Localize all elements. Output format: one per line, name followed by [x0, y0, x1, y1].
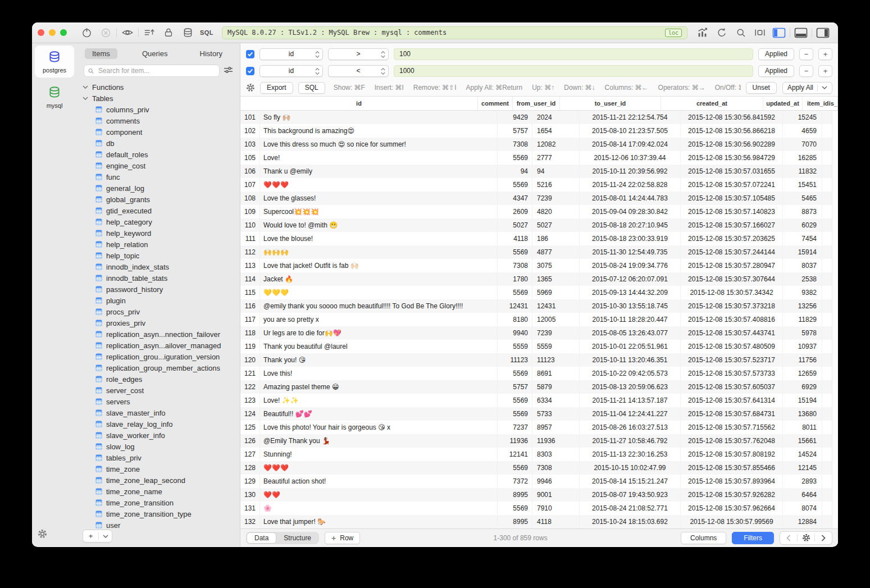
cell-to-user-id[interactable]: 12431	[532, 299, 580, 313]
previous-page-button[interactable]	[780, 532, 797, 544]
cell-created-at[interactable]: 2015-11-30 12:54:49.735	[580, 245, 681, 259]
cell-comment[interactable]: Amazing pastel theme 😁	[260, 380, 498, 394]
tab-items[interactable]: Items	[85, 48, 117, 59]
toggle-right-sidebar-icon[interactable]	[813, 26, 832, 39]
filter-applied-button[interactable]: Applied	[758, 48, 794, 60]
cell-to-user-id[interactable]: 12082	[532, 138, 580, 151]
cell-item-id[interactable]: 5465	[783, 192, 822, 205]
cell-comment[interactable]: Love this photo! Your hair is gorgeous 😘…	[260, 421, 498, 434]
table-row[interactable]: 130 ❤️❤️ 8995 9001 2015-08-07 19:43:50.9…	[240, 488, 838, 502]
cell-from-user-id[interactable]: 12141	[498, 448, 532, 461]
cell-to-user-id[interactable]: 11936	[532, 434, 580, 448]
cell-id[interactable]: 126	[240, 434, 260, 448]
cell-id[interactable]: 117	[240, 313, 260, 326]
sidebar-table-item[interactable]: help_topic	[77, 250, 240, 261]
cell-created-at[interactable]: 2015-10-30 13:55:18.745	[580, 299, 681, 313]
cell-updated-at[interactable]: 2015-12-08 15:30:57.962664	[681, 502, 783, 515]
cell-updated-at[interactable]: 2015-12-08 15:30:56.866218	[681, 124, 783, 138]
table-row[interactable]: 121 Love this! 5569 8691 2015-10-22 09:4…	[240, 367, 838, 380]
tab-structure[interactable]: Structure	[276, 532, 318, 544]
cell-created-at[interactable]: 2015-10-11 20:39:56.992	[580, 165, 681, 178]
tab-data[interactable]: Data	[247, 532, 276, 544]
next-page-button[interactable]	[815, 532, 832, 544]
filter-remove-button[interactable]: −	[799, 48, 813, 60]
cell-created-at[interactable]: 2015-10-24 18:15:03.692	[580, 515, 681, 528]
cell-created-at[interactable]: 2015-08-01 14:24:44.783	[580, 192, 681, 205]
cell-from-user-id[interactable]: 5569	[498, 461, 532, 475]
cell-to-user-id[interactable]: 7239	[532, 192, 580, 205]
sidebar-table-item[interactable]: servers	[77, 396, 240, 407]
cell-item-id[interactable]: 11832	[783, 165, 822, 178]
cell-to-user-id[interactable]: 1654	[532, 124, 580, 138]
cell-item-id[interactable]: 5978	[783, 326, 822, 340]
cell-created-at[interactable]: 2015-10-11 13:20:46.351	[580, 353, 681, 367]
table-row[interactable]: 102 This background is amazing😍 5757 165…	[240, 124, 838, 138]
cell-updated-at[interactable]: 2015-12-08 15:30:57.855466	[681, 461, 783, 475]
cell-from-user-id[interactable]: 5569	[498, 502, 532, 515]
cell-created-at[interactable]: 2015-09-04 09:28:30.842	[580, 205, 681, 218]
cell-comment[interactable]: Love this dress so much 😍 so nice for su…	[260, 138, 498, 151]
cell-updated-at[interactable]: 2015-12-08 15:30:56.841592	[681, 111, 783, 124]
cell-comment[interactable]: ❤️❤️	[260, 488, 498, 502]
cell-comment[interactable]: Love that jumper! 🐎	[260, 515, 498, 528]
cell-updated-at[interactable]: 2015-12-08 15:30:57.573733	[681, 367, 783, 380]
cell-updated-at[interactable]: 2015-12-08 15:30:57.443741	[681, 326, 783, 340]
cell-item-id[interactable]: 4659	[783, 124, 822, 138]
cell-item-id[interactable]: 16285	[783, 151, 822, 165]
sidebar-table-item[interactable]: innodb_table_stats	[77, 272, 240, 284]
cell-to-user-id[interactable]: 8957	[532, 421, 580, 434]
cell-comment[interactable]: Stunning!	[260, 448, 498, 461]
cell-id[interactable]: 103	[240, 138, 260, 151]
cell-comment[interactable]: Love!	[260, 151, 498, 165]
cell-id[interactable]: 130	[240, 488, 260, 502]
cell-comment[interactable]: Love that jacket! Outfit is fab 🙌🏻	[260, 259, 498, 272]
cell-from-user-id[interactable]: 5569	[498, 151, 532, 165]
cell-to-user-id[interactable]: 6334	[532, 394, 580, 407]
refresh-icon[interactable]	[712, 26, 731, 39]
cell-from-user-id[interactable]: 8180	[498, 313, 532, 326]
cell-to-user-id[interactable]: 9946	[532, 475, 580, 488]
table-row[interactable]: 132 Love that jumper! 🐎 8995 4118 2015-1…	[240, 515, 838, 528]
table-row[interactable]: 129 Beautiful action shot! 7372 9946 201…	[240, 475, 838, 488]
filter-field-select[interactable]: id	[259, 65, 323, 77]
item-search-box[interactable]	[84, 65, 220, 77]
cell-comment[interactable]: Ur legs are to die for🙌💖	[260, 326, 498, 340]
table-row[interactable]: 127 Stunning! 12141 8303 2015-11-13 22:3…	[240, 448, 838, 461]
cell-comment[interactable]: ❤️❤️❤️	[260, 461, 498, 475]
cell-updated-at[interactable]: 2015-12-08 15:30:57.166027	[681, 218, 783, 232]
sidebar-table-item[interactable]: slave_relay_log_info	[77, 418, 240, 430]
sidebar-table-item[interactable]: slave_master_info	[77, 407, 240, 418]
cell-updated-at[interactable]: 2015-12-08 15:30:57.641314	[681, 394, 783, 407]
sidebar-table-item[interactable]: replication_group_member_actions	[77, 362, 240, 373]
cell-item-id[interactable]: 8074	[783, 502, 822, 515]
cell-item-id[interactable]: 7070	[783, 138, 822, 151]
cell-updated-at[interactable]: 2015-12-08 15:30:57.762048	[681, 434, 783, 448]
cell-updated-at[interactable]: 2015-12-08 15:30:57.072241	[681, 178, 783, 192]
vertical-scrollbar[interactable]	[832, 111, 838, 528]
sidebar-table-item[interactable]: role_edges	[77, 373, 240, 385]
cell-id[interactable]: 122	[240, 380, 260, 394]
cell-item-id[interactable]: 15194	[783, 394, 822, 407]
sidebar-table-item[interactable]: plugin	[77, 295, 240, 306]
toggle-bottom-panel-icon[interactable]	[791, 26, 810, 39]
filter-applied-button[interactable]: Applied	[758, 65, 794, 77]
add-item-button[interactable]: +	[83, 530, 98, 542]
cell-created-at[interactable]: 2015-11-13 22:30:16.253	[580, 448, 681, 461]
cell-id[interactable]: 101	[240, 111, 260, 124]
cell-id[interactable]: 116	[240, 299, 260, 313]
cell-updated-at[interactable]: 2015-12-08 15:30:57.715562	[681, 421, 783, 434]
limit-icon[interactable]	[750, 26, 769, 39]
sidebar-table-item[interactable]: server_cost	[77, 385, 240, 396]
cell-item-id[interactable]: 15661	[783, 434, 822, 448]
cell-created-at[interactable]: 2015-11-04 12:24:41.227	[580, 407, 681, 421]
filter-field-select[interactable]: id	[259, 48, 323, 60]
minimize-window-button[interactable]	[49, 29, 56, 36]
cell-updated-at[interactable]: 2015-12-08 15:30:57.605037	[681, 380, 783, 394]
sidebar-table-item[interactable]: time_zone_transition_type	[77, 508, 240, 519]
cell-comment[interactable]: Supercool💥💥💥	[260, 205, 498, 218]
cell-id[interactable]: 132	[240, 515, 260, 528]
cell-created-at[interactable]: 2015-11-21 22:12:54.754	[580, 111, 681, 124]
cell-comment[interactable]: Would love to! @mith 😬	[260, 218, 498, 232]
filters-button[interactable]: Filters	[732, 532, 774, 544]
sidebar-table-item[interactable]: innodb_index_stats	[77, 261, 240, 272]
